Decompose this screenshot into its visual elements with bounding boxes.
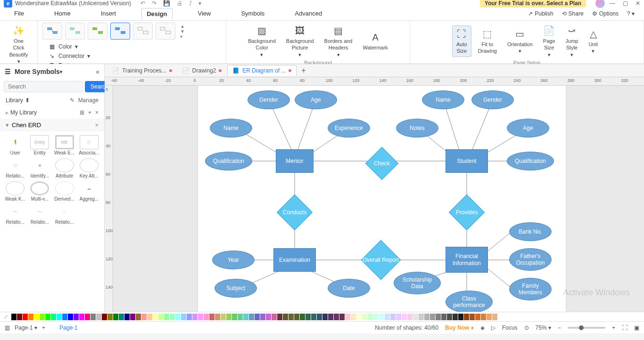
color-swatch[interactable] bbox=[334, 314, 339, 320]
color-swatch[interactable] bbox=[424, 314, 429, 320]
color-swatch[interactable] bbox=[283, 314, 288, 320]
close-lib-icon[interactable]: × bbox=[95, 109, 99, 116]
redo-icon[interactable]: ↷ bbox=[152, 0, 157, 7]
menu-file[interactable]: File bbox=[9, 8, 29, 19]
color-swatch[interactable] bbox=[23, 314, 28, 320]
color-swatch[interactable] bbox=[187, 314, 192, 320]
shape-multivalue[interactable]: Multi-v... bbox=[28, 181, 51, 202]
theme-1[interactable] bbox=[42, 23, 62, 40]
color-swatch[interactable] bbox=[28, 314, 33, 320]
attr-age[interactable]: Age bbox=[295, 90, 337, 109]
attr-scholarship[interactable]: Scholarship Data bbox=[394, 272, 441, 294]
attr-date[interactable]: Date bbox=[328, 279, 370, 298]
color-swatch[interactable] bbox=[51, 314, 56, 320]
color-swatch[interactable] bbox=[221, 314, 226, 320]
zoom-slider[interactable] bbox=[568, 327, 605, 329]
color-swatch[interactable] bbox=[153, 314, 158, 320]
color-swatch[interactable] bbox=[192, 314, 198, 320]
zoom-out-icon[interactable]: − bbox=[558, 324, 561, 331]
page-size-button[interactable]: 📄Page Size ▾ bbox=[539, 23, 559, 60]
color-swatch[interactable] bbox=[45, 314, 50, 320]
attr-s-qual[interactable]: Qualification bbox=[507, 152, 554, 170]
color-swatch[interactable] bbox=[181, 314, 186, 320]
eyedropper-icon[interactable]: ⟋ bbox=[3, 313, 9, 320]
connector-dropdown[interactable]: ↘Connector ▾ bbox=[46, 52, 92, 60]
layers-icon[interactable]: ◈ bbox=[480, 324, 485, 331]
color-swatch[interactable] bbox=[487, 314, 492, 320]
auto-size-button[interactable]: ⛶Auto Size bbox=[452, 25, 471, 57]
shape-attribute[interactable]: Attribute bbox=[53, 158, 76, 178]
attr-father[interactable]: Father's Occupation bbox=[509, 248, 552, 271]
shape-entity[interactable]: EntityEntity bbox=[28, 135, 51, 155]
color-swatch[interactable] bbox=[136, 314, 141, 320]
color-swatch[interactable] bbox=[141, 314, 147, 320]
rel-provides[interactable]: Provides bbox=[449, 194, 485, 230]
presentation-icon[interactable]: ▷ bbox=[491, 324, 495, 331]
shape-rel-line3[interactable]: ┄Relatio... bbox=[53, 204, 76, 225]
color-swatch[interactable] bbox=[475, 314, 480, 320]
color-swatch[interactable] bbox=[130, 314, 135, 320]
expand-icon[interactable]: ▸ bbox=[6, 109, 8, 116]
color-swatch[interactable] bbox=[368, 314, 373, 320]
color-swatch[interactable] bbox=[249, 314, 254, 320]
color-swatch[interactable] bbox=[17, 314, 22, 320]
color-swatch[interactable] bbox=[91, 314, 96, 320]
color-swatch[interactable] bbox=[390, 314, 396, 320]
color-swatch[interactable] bbox=[430, 314, 435, 320]
shape-weak-key[interactable]: Weak K... bbox=[4, 181, 26, 202]
color-swatch[interactable] bbox=[266, 314, 271, 320]
pages-icon[interactable]: ▥ bbox=[5, 324, 10, 331]
watermark-button[interactable]: AWatermark bbox=[359, 29, 392, 53]
color-swatch[interactable] bbox=[322, 314, 328, 320]
help-icon[interactable]: ? ▾ bbox=[627, 10, 635, 17]
shape-rel-line1[interactable]: ―Relatio... bbox=[4, 204, 26, 225]
zoom-level[interactable]: 75% ▾ bbox=[536, 324, 551, 331]
jump-style-button[interactable]: ⤻Jump Style ▾ bbox=[562, 23, 582, 60]
color-swatch[interactable] bbox=[232, 314, 237, 320]
attr-s-age[interactable]: Age bbox=[507, 119, 549, 138]
color-swatch[interactable] bbox=[311, 314, 316, 320]
theme-3[interactable] bbox=[88, 23, 107, 40]
manage-link[interactable]: Manage bbox=[78, 97, 99, 104]
new-lib-icon[interactable]: ⊞ bbox=[80, 109, 84, 116]
shape-user[interactable]: 🧍User bbox=[4, 135, 26, 155]
search-input[interactable] bbox=[4, 81, 83, 92]
section-close-icon[interactable]: × bbox=[95, 121, 99, 129]
orientation-button[interactable]: ▭Orientation ▾ bbox=[504, 26, 537, 57]
entity-examination[interactable]: Examination bbox=[273, 248, 316, 272]
color-swatch[interactable] bbox=[356, 314, 362, 320]
shape-derived[interactable]: Derived... bbox=[53, 181, 76, 202]
color-dropdown[interactable]: ▦Color ▾ bbox=[46, 42, 92, 51]
color-swatch[interactable] bbox=[147, 314, 152, 320]
collapse-sidebar-icon[interactable]: « bbox=[96, 68, 99, 75]
rel-check[interactable]: Check bbox=[365, 147, 399, 180]
one-click-beautify-button[interactable]: ✨ One Click Beautify ▾ bbox=[5, 23, 33, 66]
close-icon[interactable]: ✕ bbox=[636, 0, 640, 7]
color-swatch[interactable] bbox=[119, 314, 124, 320]
color-swatch[interactable] bbox=[102, 314, 107, 320]
color-swatch[interactable] bbox=[243, 314, 248, 320]
color-swatch[interactable] bbox=[481, 314, 486, 320]
rel-overall-report[interactable]: Overall Report bbox=[361, 240, 401, 280]
save-icon[interactable]: 💾 bbox=[163, 0, 170, 7]
color-swatch[interactable] bbox=[85, 314, 90, 320]
shape-relationship[interactable]: ◇Relatio... bbox=[4, 158, 26, 178]
color-swatch[interactable] bbox=[458, 314, 463, 320]
print-icon[interactable]: 🖨 bbox=[177, 0, 182, 7]
color-swatch[interactable] bbox=[379, 314, 384, 320]
color-swatch[interactable] bbox=[215, 314, 220, 320]
color-swatch[interactable] bbox=[339, 314, 345, 320]
fit-page-icon[interactable]: ▣ bbox=[634, 324, 639, 331]
shape-associative[interactable]: ◇Associa... bbox=[78, 135, 100, 155]
entity-student[interactable]: Student bbox=[446, 149, 488, 173]
attr-subject[interactable]: Subject bbox=[215, 279, 257, 298]
menu-view[interactable]: View bbox=[193, 8, 216, 19]
shape-weak-entity[interactable]: WEWeak E... bbox=[53, 135, 76, 155]
color-swatch[interactable] bbox=[164, 314, 169, 320]
buy-now-link[interactable]: Buy Now ♦ bbox=[445, 324, 474, 331]
theme-down-icon[interactable]: ▼ bbox=[180, 29, 185, 34]
tab-training[interactable]: 📄Training Proces... bbox=[107, 65, 177, 76]
color-swatch[interactable] bbox=[413, 314, 418, 320]
play-icon[interactable]: ⊙ bbox=[524, 324, 529, 331]
color-swatch[interactable] bbox=[441, 314, 446, 320]
